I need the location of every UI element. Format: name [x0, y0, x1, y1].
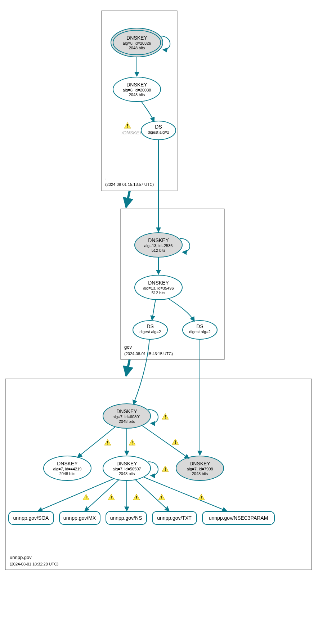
svg-text:2048 bits: 2048 bits: [119, 419, 135, 424]
svg-text:alg=7, id=44219: alg=7, id=44219: [53, 467, 82, 471]
delegation-gov-unnpp: [126, 359, 130, 376]
node-root-ds[interactable]: DS digest alg=2: [141, 121, 176, 140]
svg-text:alg=13, id=35496: alg=13, id=35496: [143, 286, 174, 290]
svg-text:alg=7, id=7908: alg=7, id=7908: [187, 467, 213, 471]
rr-ns[interactable]: unnpp.gov/NS: [106, 511, 147, 524]
svg-text:unnpp.gov/NS: unnpp.gov/NS: [110, 515, 142, 521]
svg-text:!: !: [175, 440, 176, 445]
warning-icon: !: [129, 439, 135, 446]
svg-text:DNSKEY: DNSKEY: [126, 35, 147, 41]
warning-icon: !: [198, 494, 205, 500]
svg-text:alg=8, id=20326: alg=8, id=20326: [123, 41, 151, 45]
svg-text:DNSKEY: DNSKEY: [57, 461, 78, 466]
svg-text:DNSKEY: DNSKEY: [189, 461, 210, 466]
svg-text:alg=7, id=50507: alg=7, id=50507: [113, 467, 141, 471]
zone-root-time: (2024-08-01 15:13:57 UTC): [105, 182, 154, 187]
svg-text:!: !: [161, 495, 162, 500]
zone-root-label: .: [105, 175, 107, 180]
node-root-ksk[interactable]: DNSKEY alg=8, id=20326 2048 bits: [111, 28, 163, 57]
zone-gov: gov (2024-08-01 15:43:15 UTC) DNSKEY alg…: [121, 140, 224, 359]
svg-text:alg=13, id=2536: alg=13, id=2536: [144, 243, 173, 248]
svg-text:2048 bits: 2048 bits: [192, 471, 208, 476]
warning-icon: !: [124, 122, 131, 129]
warning-icon: !: [172, 439, 179, 445]
edge-govzsk-ds2: [168, 298, 194, 321]
svg-text:512 bits: 512 bits: [152, 248, 166, 252]
svg-text:!: !: [165, 415, 166, 420]
edge-govzsk-ds1: [152, 299, 156, 320]
node-un-k3[interactable]: DNSKEY alg=7, id=7908 2048 bits: [176, 456, 224, 480]
edge-k2-mx: [85, 480, 119, 511]
svg-text:!: !: [131, 440, 133, 446]
svg-text:./DNSKEY: ./DNSKEY: [121, 130, 143, 135]
svg-text:!: !: [201, 495, 202, 500]
node-un-ksk[interactable]: DNSKEY alg=7, id=60801 2048 bits: [103, 404, 151, 428]
svg-text:2048 bits: 2048 bits: [129, 46, 145, 50]
svg-text:alg=7, id=60801: alg=7, id=60801: [113, 415, 141, 419]
edge-rootzsk-rootds: [141, 101, 154, 122]
svg-text:DNSKEY: DNSKEY: [116, 408, 137, 414]
svg-text:!: !: [85, 495, 87, 500]
svg-text:unnpp.gov/SOA: unnpp.gov/SOA: [13, 515, 49, 521]
svg-text:DS: DS: [155, 124, 162, 130]
svg-text:2048 bits: 2048 bits: [59, 471, 76, 476]
zone-unnpp-label: unnpp.gov: [10, 555, 32, 560]
zone-gov-time: (2024-08-01 15:43:15 UTC): [124, 352, 173, 356]
node-gov-ksk[interactable]: DNSKEY alg=13, id=2536 512 bits: [135, 233, 182, 257]
node-un-k1[interactable]: DNSKEY alg=7, id=44219 2048 bits: [44, 456, 91, 480]
warning-icon: !: [158, 494, 165, 500]
svg-text:512 bits: 512 bits: [152, 291, 166, 295]
zone-gov-label: gov: [124, 344, 132, 350]
edge-govds1-unksk: [133, 339, 149, 404]
svg-text:2048 bits: 2048 bits: [129, 93, 145, 97]
svg-text:!: !: [136, 495, 137, 500]
node-root-zsk[interactable]: DNSKEY alg=8, id=20038 2048 bits: [113, 77, 161, 102]
edge-k2-nsec: [144, 477, 227, 511]
delegation-root-gov: [126, 191, 130, 207]
node-gov-ds2[interactable]: DS digest alg=2: [183, 321, 217, 339]
svg-text:DNSKEY: DNSKEY: [148, 280, 169, 286]
rr-soa[interactable]: unnpp.gov/SOA: [9, 511, 54, 524]
rr-mx[interactable]: unnpp.gov/MX: [59, 511, 100, 524]
warning-icon: !: [108, 494, 115, 500]
svg-text:2048 bits: 2048 bits: [119, 471, 135, 476]
rr-nsec[interactable]: unnpp.gov/NSEC3PARAM: [202, 511, 274, 524]
svg-text:digest alg=2: digest alg=2: [139, 330, 161, 334]
warning-icon: !: [104, 439, 111, 446]
svg-text:!: !: [127, 124, 128, 129]
warning-icon: !: [133, 494, 140, 500]
zone-root: . (2024-08-01 15:13:57 UTC) DNSKEY alg=8…: [102, 11, 177, 191]
svg-text:!: !: [107, 440, 108, 446]
svg-text:unnpp.gov/NSEC3PARAM: unnpp.gov/NSEC3PARAM: [209, 515, 268, 521]
svg-text:unnpp.gov/TXT: unnpp.gov/TXT: [157, 515, 192, 521]
svg-text:DS: DS: [196, 323, 203, 329]
svg-text:DNSKEY: DNSKEY: [148, 237, 169, 243]
warning-icon: !: [83, 494, 89, 500]
edge-unksk-k1: [77, 427, 115, 457]
svg-text:DS: DS: [147, 323, 153, 329]
svg-text:unnpp.gov/MX: unnpp.gov/MX: [63, 515, 96, 521]
svg-text:DNSKEY: DNSKEY: [116, 461, 137, 466]
svg-text:digest alg=2: digest alg=2: [148, 130, 169, 134]
dnssec-graph: . (2024-08-01 15:13:57 UTC) DNSKEY alg=8…: [0, 0, 318, 644]
warning-icon: !: [162, 466, 169, 472]
svg-text:!: !: [111, 495, 112, 500]
zone-unnpp: unnpp.gov (2024-08-01 18:32:20 UTC) DNSK…: [5, 339, 312, 570]
node-un-k2[interactable]: DNSKEY alg=7, id=50507 2048 bits: [103, 456, 151, 480]
node-gov-zsk[interactable]: DNSKEY alg=13, id=35496 512 bits: [135, 275, 182, 300]
svg-text:!: !: [165, 467, 166, 472]
edge-k2-txt: [135, 480, 169, 511]
svg-text:alg=8, id=20038: alg=8, id=20038: [123, 88, 151, 92]
svg-text:digest alg=2: digest alg=2: [189, 330, 211, 334]
zone-unnpp-time: (2024-08-01 18:32:20 UTC): [10, 562, 58, 566]
warning-icon: !: [162, 413, 169, 420]
node-gov-ds1[interactable]: DS digest alg=2: [133, 321, 167, 339]
edge-unksk-k3: [142, 426, 189, 459]
rr-txt[interactable]: unnpp.gov/TXT: [152, 511, 197, 524]
svg-text:DNSKEY: DNSKEY: [126, 82, 147, 88]
